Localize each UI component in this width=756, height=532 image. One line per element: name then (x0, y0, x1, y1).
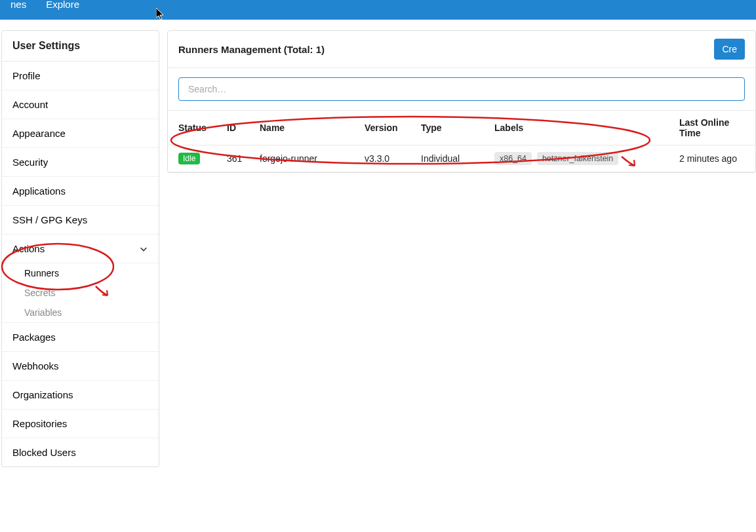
cell-last-online: 2 minutes ago (674, 145, 755, 172)
col-version[interactable]: Version (359, 111, 416, 145)
sidebar-actions-subitems: Runners Secrets Variables (2, 263, 159, 323)
sidebar-item-label: Packages (12, 332, 56, 343)
col-id[interactable]: ID (222, 111, 254, 145)
nav-link-nes[interactable]: nes (10, 0, 26, 9)
sidebar-item-repositories[interactable]: Repositories (2, 409, 159, 438)
panel-header: Runners Management (Total: 1) Cre (168, 31, 755, 68)
runners-table: Status ID Name Version Type Labels Last … (168, 110, 755, 172)
cell-type: Individual (416, 145, 489, 172)
create-runner-button[interactable]: Cre (714, 39, 745, 60)
sidebar-item-security[interactable]: Security (2, 148, 159, 177)
sidebar-item-appearance[interactable]: Appearance (2, 119, 159, 148)
sidebar-item-profile[interactable]: Profile (2, 62, 159, 90)
cell-name: forgejo-runner (254, 145, 359, 172)
top-nav: nes Explore (0, 0, 756, 20)
sidebar-subitem-runners[interactable]: Runners (2, 263, 159, 283)
col-name[interactable]: Name (254, 111, 359, 145)
sidebar-subitem-variables[interactable]: Variables (2, 303, 159, 322)
sidebar-item-sshgpg[interactable]: SSH / GPG Keys (2, 206, 159, 235)
search-input[interactable] (178, 77, 745, 101)
main-content: Runners Management (Total: 1) Cre Status… (167, 30, 756, 467)
label-tag: x86_64 (494, 152, 532, 165)
sidebar-item-webhooks[interactable]: Webhooks (2, 352, 159, 381)
runners-panel: Runners Management (Total: 1) Cre Status… (167, 30, 756, 173)
sidebar-header: User Settings (2, 31, 159, 62)
label-tag: hetzner_falkenstein (537, 152, 618, 165)
sidebar-subitem-secrets[interactable]: Secrets (2, 283, 159, 303)
chevron-down-icon (139, 244, 148, 254)
table-row[interactable]: Idle 361 forgejo-runner v3.3.0 Individua… (168, 145, 755, 172)
sidebar-item-applications[interactable]: Applications (2, 177, 159, 206)
sidebar-item-actions[interactable]: Actions (2, 235, 159, 263)
sidebar-item-label: Repositories (12, 418, 67, 429)
sidebar-item-label: Appearance (12, 128, 66, 139)
sidebar-item-blocked-users[interactable]: Blocked Users (2, 438, 159, 466)
sidebar-item-label: Profile (12, 70, 41, 81)
page-title: Runners Management (Total: 1) (178, 44, 325, 55)
col-status[interactable]: Status (168, 111, 222, 145)
col-last-online[interactable]: Last Online Time (674, 111, 755, 145)
status-badge: Idle (178, 153, 200, 164)
col-labels[interactable]: Labels (489, 111, 674, 145)
sidebar: User Settings Profile Account Appearance… (1, 30, 159, 467)
sidebar-item-label: Security (12, 157, 48, 168)
sidebar-item-label: SSH / GPG Keys (12, 214, 87, 225)
sidebar-item-label: Webhooks (12, 360, 59, 371)
sidebar-item-organizations[interactable]: Organizations (2, 381, 159, 409)
sidebar-item-label: Blocked Users (12, 447, 76, 458)
search-wrap (168, 68, 755, 110)
cell-version: v3.3.0 (359, 145, 416, 172)
sidebar-item-packages[interactable]: Packages (2, 323, 159, 352)
sidebar-item-label: Applications (12, 185, 66, 197)
sidebar-item-label: Account (12, 99, 48, 110)
sidebar-item-label: Organizations (12, 389, 73, 400)
nav-link-explore[interactable]: Explore (46, 0, 79, 9)
cell-labels: x86_64 hetzner_falkenstein (489, 145, 674, 172)
sidebar-item-account[interactable]: Account (2, 90, 159, 119)
cell-id: 361 (222, 145, 254, 172)
col-type[interactable]: Type (416, 111, 489, 145)
sidebar-item-label: Actions (12, 243, 45, 254)
